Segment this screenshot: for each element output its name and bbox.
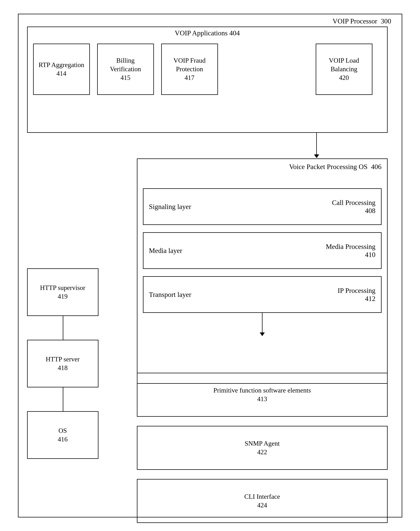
- voice-packet-os-box: Voice Packet Processing OS 406 Signaling…: [137, 158, 388, 384]
- media-left-label: Media layer: [149, 247, 326, 255]
- transport-right-area: IP Processing 412: [338, 286, 375, 303]
- http-server-box: HTTP server 418: [27, 340, 98, 387]
- media-right-area: Media Processing 410: [326, 243, 375, 259]
- voip-fraud-box: VOIP FraudProtection 417: [161, 44, 218, 95]
- rtp-aggregation-box: RTP Aggregation 414: [33, 44, 90, 95]
- connector-apps-to-os-arrow: [314, 155, 319, 158]
- voip-processor-label: VOIP Processor 300: [332, 17, 391, 25]
- snmp-agent-box: SNMP Agent 422: [137, 426, 388, 470]
- diagram-page: VOIP Processor 300 VOIP Applications 404…: [18, 14, 402, 517]
- voip-load-balancing-box: VOIP LoadBalancing 420: [316, 44, 373, 95]
- signaling-right-area: Call Processing 408: [332, 199, 375, 215]
- billing-verification-box: BillingVerification 415: [97, 44, 154, 95]
- os-box: OS 416: [27, 411, 98, 459]
- media-layer-box: Media layer Media Processing 410: [143, 232, 382, 269]
- voip-applications-box: VOIP Applications 404 RTP Aggregation 41…: [27, 27, 388, 133]
- http-sup-to-server-vline: [63, 316, 63, 340]
- primitive-function-box: Primitive function software elements 413: [137, 373, 388, 417]
- transport-layer-box: Transport layer IP Processing 412: [143, 276, 382, 313]
- connector-apps-to-os-vline: [316, 133, 317, 155]
- signaling-left-label: Signaling layer: [149, 203, 332, 211]
- inner-connector-arrow: [260, 332, 265, 336]
- http-server-to-os-vline: [63, 387, 63, 411]
- transport-left-label: Transport layer: [149, 291, 338, 298]
- http-supervisor-box: HTTP supervisor 419: [27, 268, 98, 316]
- signaling-layer-box: Signaling layer Call Processing 408: [143, 188, 382, 225]
- voip-applications-label: VOIP Applications 404: [28, 29, 387, 37]
- inner-connector-vline: [262, 313, 262, 333]
- voice-packet-os-label: Voice Packet Processing OS 406: [137, 163, 387, 171]
- cli-interface-box: CLI Interface 424: [137, 479, 388, 523]
